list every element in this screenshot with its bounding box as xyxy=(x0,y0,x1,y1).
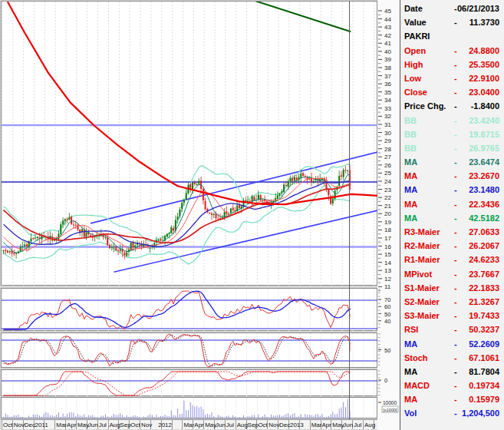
info-value: 26.9765 xyxy=(469,141,499,155)
time-axis-label: May xyxy=(205,422,216,428)
stochastic-canvas[interactable] xyxy=(2,333,378,369)
time-axis-tick xyxy=(310,420,311,429)
info-dash: - xyxy=(454,155,457,169)
time-axis-tick xyxy=(363,420,364,429)
info-row-ma-11: MA-23.6474 xyxy=(400,155,504,169)
svg-text:40: 40 xyxy=(384,318,390,325)
info-row-high-4: High-25.3500 xyxy=(400,58,504,71)
time-axis-label: Nov xyxy=(268,422,279,428)
info-value: 27.0633 xyxy=(469,225,499,239)
info-dash: - xyxy=(454,141,457,155)
svg-text:18: 18 xyxy=(384,227,391,233)
data-readout-panel: Date-06/21/2013Value-11.3730PAKRIOpen-24… xyxy=(400,0,504,430)
time-axis-label: Oct xyxy=(258,422,267,428)
svg-text:42: 42 xyxy=(384,32,391,39)
info-row-macd-27: MACD-0.19734 xyxy=(400,379,504,392)
info-label: Low xyxy=(404,71,421,85)
time-axis-label: Jul xyxy=(354,422,361,428)
macd-canvas[interactable] xyxy=(2,370,378,397)
svg-text:19: 19 xyxy=(384,219,391,226)
info-label: BB xyxy=(404,114,417,127)
info-label: S2-Maier xyxy=(404,295,440,309)
crosshair-cursor-line[interactable] xyxy=(349,1,350,419)
svg-text:16: 16 xyxy=(384,243,391,250)
price-axis: 4544434241403938373635343332313029282726… xyxy=(377,0,400,430)
info-label: BB xyxy=(404,141,417,155)
time-axis-label: Apr xyxy=(194,422,203,428)
volume-panel[interactable] xyxy=(1,397,377,418)
info-row-date-0: Date-06/21/2013 xyxy=(400,2,504,15)
info-dash: - xyxy=(454,295,457,309)
svg-text:17: 17 xyxy=(384,235,391,242)
price-axis-canvas: 4544434241403938373635343332313029282726… xyxy=(377,0,400,430)
svg-text:24: 24 xyxy=(384,178,391,185)
info-label: Close xyxy=(404,85,427,99)
time-axis-label: Mar xyxy=(56,422,67,428)
info-row-s3-maier-22: S3-Maier-19.7433 xyxy=(400,309,504,322)
time-axis-label: 2011 xyxy=(35,422,48,428)
info-row-pakri-2: PAKRI xyxy=(400,29,504,43)
svg-text:36: 36 xyxy=(384,81,391,88)
time-axis-tick xyxy=(54,420,55,429)
info-dash: - xyxy=(454,225,457,239)
info-label: MPivot xyxy=(404,267,432,281)
info-row-ma-14: MA-22.3436 xyxy=(400,197,504,211)
info-value: 52.2609 xyxy=(469,337,499,351)
info-dash: - xyxy=(454,406,457,420)
info-value: 22.1833 xyxy=(469,281,499,295)
info-label: Date xyxy=(404,2,423,15)
info-row-close-6: Close-23.0400 xyxy=(400,85,504,99)
info-value: 1,204,500 xyxy=(462,406,499,420)
rsi-canvas[interactable] xyxy=(2,289,378,332)
info-value: -1.8400 xyxy=(471,99,499,113)
time-axis-label: Jun xyxy=(343,422,353,428)
info-row-r2-maier-17: R2-Maier-26.2067 xyxy=(400,239,504,253)
info-dash: - xyxy=(454,197,457,211)
info-dash: - xyxy=(454,114,457,127)
info-dash: - xyxy=(454,211,457,225)
info-label: High xyxy=(404,58,423,71)
info-value: 26.2067 xyxy=(469,239,499,253)
time-axis: OctNovDec2011MarAprMayJunJulAugSepOctNov… xyxy=(1,419,400,429)
info-value: 0.15979 xyxy=(469,392,499,406)
svg-text:37: 37 xyxy=(384,73,391,80)
volume-canvas[interactable] xyxy=(2,398,378,419)
price-chart-canvas[interactable] xyxy=(2,2,378,286)
stochastic-indicator-panel[interactable] xyxy=(1,332,377,368)
time-axis-label: May xyxy=(77,422,89,428)
svg-text:43: 43 xyxy=(384,24,391,31)
svg-text:70: 70 xyxy=(384,296,390,303)
svg-text:31: 31 xyxy=(384,121,391,128)
time-axis-label: Aug xyxy=(237,422,248,428)
time-axis-tick xyxy=(182,420,183,429)
svg-text:45: 45 xyxy=(384,8,391,15)
svg-text:28: 28 xyxy=(384,146,391,153)
price-chart-panel[interactable] xyxy=(1,1,377,286)
info-dash: - xyxy=(454,267,457,281)
time-axis-label: Nov xyxy=(141,422,152,428)
time-axis-label: Jun xyxy=(88,422,98,428)
info-dash: - xyxy=(454,322,457,336)
svg-text:10000: 10000 xyxy=(383,400,397,405)
macd-indicator-panel[interactable] xyxy=(1,369,377,396)
info-dash: - xyxy=(454,351,457,365)
rsi-indicator-panel[interactable] xyxy=(1,288,377,331)
info-label: Open xyxy=(404,44,426,58)
info-row-mpivot-19: MPivot-23.7667 xyxy=(400,267,504,281)
time-axis-label: Apr xyxy=(322,422,331,428)
info-value: 67.1061 xyxy=(469,351,499,365)
info-dash: - xyxy=(454,44,457,58)
info-value: 24.8800 xyxy=(469,44,499,58)
info-row-vol-29: Vol-1,204,500 xyxy=(400,406,504,420)
info-label: MA xyxy=(404,155,417,169)
info-label: MA xyxy=(404,365,417,379)
info-label: Price Chg. xyxy=(404,99,446,113)
info-value: 23.0400 xyxy=(469,85,499,99)
info-row-low-5: Low-22.9100 xyxy=(400,71,504,85)
info-dash: - xyxy=(454,15,457,29)
svg-text:27: 27 xyxy=(384,154,391,160)
time-axis-label: Oct xyxy=(3,422,12,428)
svg-text:29: 29 xyxy=(384,137,391,144)
info-row-ma-15: MA-42.5182 xyxy=(400,211,504,225)
svg-text:39: 39 xyxy=(384,56,391,63)
